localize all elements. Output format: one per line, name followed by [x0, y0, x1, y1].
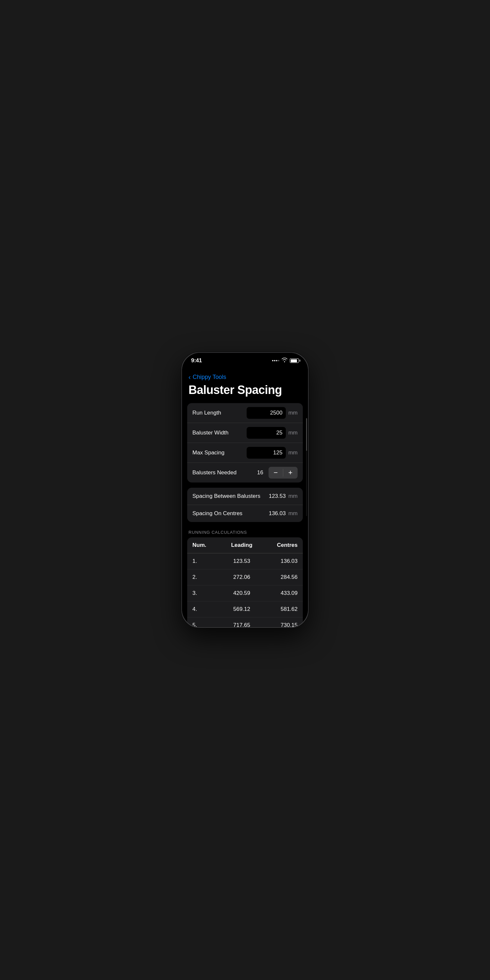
table-row: 1. 123.53 136.03: [187, 554, 303, 570]
wifi-icon: [282, 358, 288, 364]
status-bar: 9:41: [182, 353, 308, 366]
phone-device: 9:41: [181, 352, 309, 628]
input-card: Run Length mm Baluster Width mm: [187, 403, 303, 482]
td-centres: 136.03: [265, 558, 298, 565]
results-card: Spacing Between Balusters 123.53 mm Spac…: [187, 488, 303, 522]
td-centres: 730.15: [265, 622, 298, 627]
td-leading: 569.12: [218, 606, 265, 612]
td-centres: 581.62: [265, 606, 298, 612]
spacing-between-label: Spacing Between Balusters: [192, 493, 269, 500]
col-header-leading: Leading: [218, 542, 265, 549]
td-num: 5.: [192, 622, 218, 627]
td-num: 4.: [192, 606, 218, 612]
table-row: 2. 272.06 284.56: [187, 570, 303, 585]
balusters-stepper: − +: [269, 467, 298, 479]
max-spacing-unit: mm: [288, 450, 298, 456]
td-num: 1.: [192, 558, 218, 565]
td-num: 3.: [192, 590, 218, 597]
baluster-width-input[interactable]: [247, 427, 286, 439]
status-time: 9:41: [191, 357, 202, 364]
run-length-unit: mm: [288, 410, 298, 416]
table-row: 3. 420.59 433.09: [187, 585, 303, 601]
stepper-plus-button[interactable]: +: [283, 467, 298, 479]
battery-icon: [290, 358, 299, 363]
baluster-width-unit: mm: [288, 430, 298, 436]
spacing-between-unit: mm: [288, 493, 298, 500]
table-body: 1. 123.53 136.03 2. 272.06 284.56 3. 420…: [187, 554, 303, 627]
spacing-between-row: Spacing Between Balusters 123.53 mm: [187, 488, 303, 505]
run-length-input-wrap: mm: [247, 407, 298, 419]
balusters-needed-label: Balusters Needed: [192, 469, 257, 476]
spacing-centres-unit: mm: [288, 510, 298, 517]
td-leading: 420.59: [218, 590, 265, 597]
td-leading: 272.06: [218, 574, 265, 581]
table-row: 5. 717.65 730.15: [187, 617, 303, 627]
td-leading: 717.65: [218, 622, 265, 627]
back-label[interactable]: Chippy Tools: [193, 374, 226, 380]
spacing-centres-label: Spacing On Centres: [192, 510, 269, 517]
back-chevron-icon: ‹: [188, 373, 191, 381]
spacing-centres-value: 136.03: [269, 510, 286, 517]
baluster-width-row: Baluster Width mm: [187, 423, 303, 443]
stepper-minus-button[interactable]: −: [269, 467, 283, 479]
td-centres: 284.56: [265, 574, 298, 581]
page-title: Baluster Spacing: [182, 382, 308, 403]
run-length-row: Run Length mm: [187, 403, 303, 423]
baluster-width-input-wrap: mm: [247, 427, 298, 439]
nav-back[interactable]: ‹ Chippy Tools: [182, 371, 308, 382]
run-length-label: Run Length: [192, 409, 247, 417]
balusters-needed-row: Balusters Needed 16 − +: [187, 463, 303, 482]
run-length-input[interactable]: [247, 407, 286, 419]
col-header-centres: Centres: [265, 542, 298, 549]
baluster-width-label: Baluster Width: [192, 429, 247, 436]
spacing-between-value: 123.53: [269, 493, 286, 500]
table-section-header: RUNNING CALCULATIONS: [182, 527, 308, 538]
td-centres: 433.09: [265, 590, 298, 597]
signal-icon: [272, 360, 279, 361]
status-icons: [272, 358, 299, 364]
table-row: 4. 569.12 581.62: [187, 601, 303, 617]
table-header: Num. Leading Centres: [187, 538, 303, 554]
td-num: 2.: [192, 574, 218, 581]
running-calculations-table: Num. Leading Centres 1. 123.53 136.03 2.…: [187, 538, 303, 627]
max-spacing-input[interactable]: [247, 447, 286, 459]
scroll-content[interactable]: ‹ Chippy Tools Baluster Spacing Run Leng…: [182, 353, 308, 627]
spacing-centres-row: Spacing On Centres 136.03 mm: [187, 505, 303, 522]
max-spacing-label: Max Spacing: [192, 449, 247, 457]
col-header-num: Num.: [192, 542, 218, 549]
scroll-track: [306, 418, 307, 516]
td-leading: 123.53: [218, 558, 265, 565]
balusters-needed-value: 16: [257, 469, 263, 476]
phone-screen: 9:41: [182, 353, 308, 627]
max-spacing-row: Max Spacing mm: [187, 443, 303, 463]
max-spacing-input-wrap: mm: [247, 447, 298, 459]
